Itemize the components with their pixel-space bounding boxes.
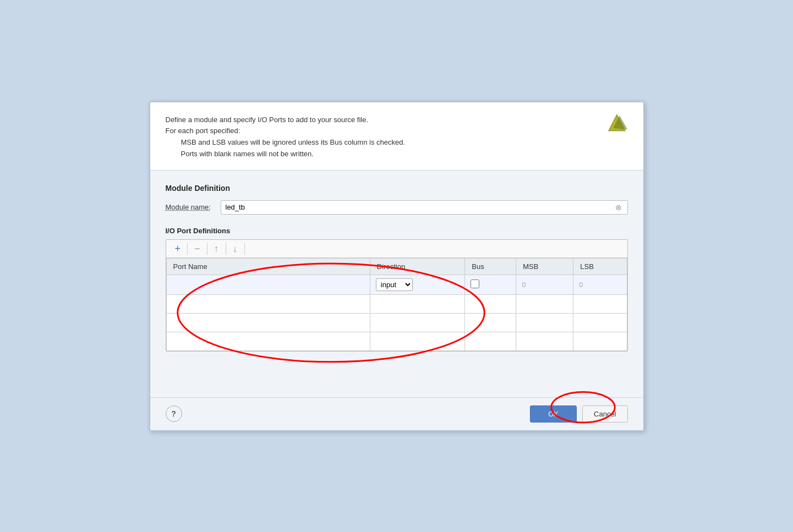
clear-module-name-button[interactable]: ⊗ — [614, 203, 623, 212]
bus-cell — [465, 294, 516, 313]
help-button[interactable]: ? — [166, 405, 182, 422]
remove-row-button[interactable]: − — [190, 243, 205, 255]
col-header-port-name: Port Name — [166, 258, 370, 275]
add-row-button[interactable]: + — [171, 243, 185, 255]
move-down-button[interactable]: ↓ — [228, 243, 242, 255]
divider-4 — [244, 243, 245, 255]
direction-cell — [370, 294, 464, 313]
msb-cell: 0 — [516, 275, 573, 294]
table-row — [166, 313, 627, 332]
divider-1 — [187, 243, 188, 255]
port-name-cell — [166, 313, 370, 332]
module-name-input-wrap: ⊗ — [221, 200, 628, 215]
col-header-lsb: LSB — [573, 258, 627, 275]
msb-cell — [516, 294, 573, 313]
lsb-cell — [573, 294, 627, 313]
cancel-button[interactable]: Cancel — [582, 405, 627, 423]
lsb-cell — [573, 332, 627, 350]
port-name-cell — [166, 275, 370, 294]
ok-button[interactable]: OK — [530, 405, 577, 423]
table-row: input output inout 0 0 — [166, 275, 627, 294]
bus-checkbox[interactable] — [471, 279, 479, 288]
io-port-definitions-title: I/O Port Definitions — [166, 227, 628, 235]
lsb-value: 0 — [579, 281, 583, 289]
direction-cell — [370, 313, 464, 332]
direction-cell: input output inout — [370, 275, 464, 294]
io-ports-table: Port Name Direction Bus MSB LSB — [166, 258, 627, 351]
col-header-direction: Direction — [370, 258, 464, 275]
direction-select[interactable]: input output inout — [376, 278, 413, 291]
move-up-button[interactable]: ↑ — [210, 243, 223, 255]
module-name-label: Module name: — [166, 203, 215, 211]
col-header-bus: Bus — [465, 258, 516, 275]
col-header-msb: MSB — [516, 258, 573, 275]
lsb-cell: 0 — [573, 275, 627, 294]
dialog-body: Module Definition Module name: ⊗ I/O Por… — [150, 171, 643, 397]
divider-2 — [207, 243, 207, 255]
header-line4: Ports with blank names will not be writt… — [166, 149, 628, 160]
divider-3 — [226, 243, 226, 255]
header-line2: For each port specified: — [166, 125, 628, 137]
bus-cell — [465, 332, 516, 350]
lsb-cell — [573, 313, 627, 332]
module-name-input[interactable] — [226, 203, 614, 211]
msb-cell — [516, 313, 573, 332]
table-toolbar: + − ↑ ↓ — [166, 240, 627, 258]
port-name-cell — [166, 294, 370, 313]
port-name-cell — [166, 332, 370, 350]
bus-cell — [465, 313, 516, 332]
msb-cell — [516, 332, 573, 350]
io-table-container: + − ↑ ↓ Port Name Direction Bus MSB LS — [166, 239, 628, 352]
header-line1: Define a module and specify I/O Ports to… — [166, 114, 628, 126]
dialog-footer: ? OK Cancel — [150, 397, 643, 430]
app-logo — [604, 111, 630, 138]
direction-cell — [370, 332, 464, 350]
table-header-row: Port Name Direction Bus MSB LSB — [166, 258, 627, 275]
port-name-input[interactable] — [172, 281, 364, 289]
msb-value: 0 — [522, 281, 526, 289]
module-name-row: Module name: ⊗ — [166, 200, 628, 215]
header-line3: MSB and LSB values will be ignored unles… — [166, 137, 628, 149]
dialog-header: Define a module and specify I/O Ports to… — [150, 102, 643, 171]
table-row — [166, 294, 627, 313]
dialog: Define a module and specify I/O Ports to… — [149, 101, 644, 431]
footer-actions: OK Cancel — [530, 405, 627, 423]
module-definition-title: Module Definition — [166, 184, 628, 193]
bus-cell — [465, 275, 516, 294]
table-row — [166, 332, 627, 350]
